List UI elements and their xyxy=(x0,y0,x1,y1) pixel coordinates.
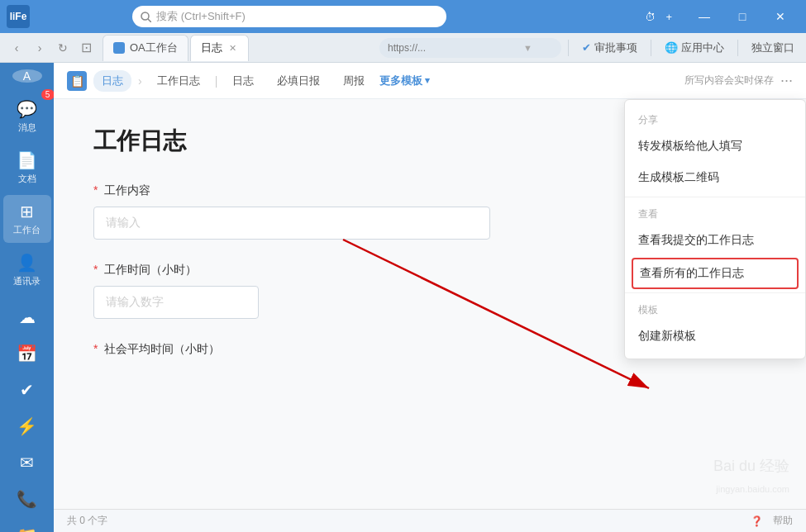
sidebar-item-bolt[interactable]: ⚡ xyxy=(3,410,51,443)
tab-strip: OA工作台 日志 ✕ xyxy=(103,35,374,61)
breadcrumb-home[interactable]: 日志 xyxy=(93,70,131,92)
more-templates-chevron: ▾ xyxy=(425,75,430,86)
avatar[interactable]: A xyxy=(12,69,42,83)
required-star-2: * xyxy=(93,263,98,276)
new-tab-btn[interactable]: + xyxy=(665,11,672,23)
help-icon: ❓ xyxy=(751,515,763,527)
view-all-item[interactable]: 查看所有的工作日志 xyxy=(632,258,799,289)
tab-oa[interactable]: OA工作台 xyxy=(103,35,188,61)
search-placeholder: 搜索 (Ctrl+Shift+F) xyxy=(156,9,246,24)
sidebar-item-messages[interactable]: 💬 消息 5 xyxy=(3,93,51,140)
help-label[interactable]: 帮助 xyxy=(773,514,793,528)
sidebar-item-workspace[interactable]: ⊞ 工作台 xyxy=(3,195,51,243)
nav-right-btns: ✔ 审批事项 🌐 应用中心 独立窗口 xyxy=(568,37,801,59)
maximize-icon: □ xyxy=(739,10,746,23)
folder-icon: 📁 xyxy=(17,525,37,532)
divider-1 xyxy=(625,197,805,197)
view-section-label: 查看 xyxy=(625,201,805,225)
gen-qrcode-item[interactable]: 生成模板二维码 xyxy=(625,162,805,193)
add-icon: + xyxy=(665,11,672,23)
sidebar-item-check[interactable]: ✔ xyxy=(3,373,51,406)
separator-1 xyxy=(568,40,569,56)
breadcrumb-bar: 📋 日志 › 工作日志 | 日志 必填日报 周报 更多模板 ▾ 所写内容会实时保… xyxy=(54,63,806,99)
title-bar: IiFe 搜索 (Ctrl+Shift+F) ⏱ + — □ ✕ xyxy=(0,0,806,33)
url-input[interactable] xyxy=(388,42,520,54)
window-controls: — □ ✕ xyxy=(685,0,799,33)
more-options-btn[interactable]: ··· xyxy=(780,72,793,89)
workspace-label: 工作台 xyxy=(13,224,41,236)
work-content-label-text: 工作内容 xyxy=(104,183,150,197)
maximize-btn[interactable]: □ xyxy=(723,0,761,33)
sidebar: A 💬 消息 5 📄 文档 ⊞ 工作台 👤 通讯录 ☁ 📅 ✔ ⚡ ✉ 📞 📁 … xyxy=(0,63,54,532)
workspace-icon: ⊞ xyxy=(20,202,34,221)
view-my-item[interactable]: 查看我提交的工作日志 xyxy=(625,225,805,256)
tab-diary[interactable]: 日志 ✕ xyxy=(190,35,249,61)
url-dropdown-icon[interactable]: ▼ xyxy=(523,43,532,53)
bottom-bar-right: ❓ 帮助 xyxy=(751,514,793,528)
phone-icon: 📞 xyxy=(17,489,37,509)
breadcrumb-more[interactable]: 更多模板 ▾ xyxy=(379,74,430,88)
breadcrumb-icon: 📋 xyxy=(67,71,87,91)
search-icon xyxy=(141,12,151,22)
calendar-icon: 📅 xyxy=(17,344,37,363)
breadcrumb-right: 所写内容会实时保存 ··· xyxy=(684,72,793,89)
cloud-icon: ☁ xyxy=(19,307,36,327)
create-template-item[interactable]: 创建新模板 xyxy=(625,321,805,352)
template-section-label: 模板 xyxy=(625,297,805,321)
messages-label: 消息 xyxy=(18,121,36,134)
app-center-icon: 🌐 xyxy=(665,41,678,54)
sidebar-item-docs[interactable]: 📄 文档 xyxy=(3,144,51,192)
breadcrumb-weekly[interactable]: 周报 xyxy=(335,70,373,92)
approve-icon: ✔ xyxy=(582,41,591,54)
work-content-placeholder: 请输入 xyxy=(106,216,141,229)
sidebar-item-phone[interactable]: 📞 xyxy=(3,482,51,515)
main-content: 📋 日志 › 工作日志 | 日志 必填日报 周报 更多模板 ▾ 所写内容会实时保… xyxy=(54,63,806,532)
app-center-btn[interactable]: 🌐 应用中心 xyxy=(658,37,731,59)
sidebar-item-calendar[interactable]: 📅 xyxy=(3,337,51,370)
back-btn[interactable]: ‹ xyxy=(5,36,28,59)
oa-tab-icon xyxy=(113,42,125,54)
breadcrumb-sep-2: | xyxy=(215,74,218,88)
autosave-text: 所写内容会实时保存 xyxy=(684,74,774,88)
sidebar-item-cloud[interactable]: ☁ xyxy=(3,301,51,334)
nav-bar: ‹ › ↻ ⊡ OA工作台 日志 ✕ ▼ ✔ 审批事项 🌐 应用中心 独立窗口 xyxy=(0,33,806,63)
char-count: 共 0 个字 xyxy=(67,514,107,528)
oa-tab-label: OA工作台 xyxy=(130,40,178,55)
breadcrumb-workdiary[interactable]: 工作日志 xyxy=(149,70,208,92)
sidebar-item-mail[interactable]: ✉ xyxy=(3,446,51,479)
forward-template-item[interactable]: 转发模板给他人填写 xyxy=(625,131,805,162)
popup-window-btn[interactable]: 独立窗口 xyxy=(745,37,801,59)
close-btn[interactable]: ✕ xyxy=(761,0,799,33)
refresh-btn[interactable]: ↻ xyxy=(51,36,74,59)
breadcrumb-required[interactable]: 必填日报 xyxy=(269,70,328,92)
divider-2 xyxy=(625,292,805,293)
search-bar[interactable]: 搜索 (Ctrl+Shift+F) xyxy=(132,6,446,27)
bottom-bar: 共 0 个字 ❓ 帮助 xyxy=(54,509,806,532)
watermark-line1: Bai du 经验 xyxy=(713,456,789,476)
avatar-initials: A xyxy=(23,69,31,83)
watermark-line2: jingyan.baidu.com xyxy=(716,484,789,494)
popup-window-label: 独立窗口 xyxy=(751,40,794,55)
work-hours-input[interactable]: 请输入数字 xyxy=(93,286,259,319)
check-icon: ✔ xyxy=(20,380,34,400)
forward-btn[interactable]: › xyxy=(28,36,51,59)
minimize-btn[interactable]: — xyxy=(685,0,723,33)
approve-btn[interactable]: ✔ 审批事项 xyxy=(575,37,644,59)
docs-label: 文档 xyxy=(18,173,36,185)
close-tab-btn[interactable]: ✕ xyxy=(227,41,238,55)
breadcrumb-diary[interactable]: 日志 xyxy=(224,70,262,92)
required-star-1: * xyxy=(93,183,98,197)
history-btn[interactable]: ⏱ xyxy=(645,11,656,23)
breadcrumb-sep-1: › xyxy=(138,74,142,88)
tab-square-btn[interactable]: ⊡ xyxy=(74,36,98,59)
url-bar[interactable]: ▼ xyxy=(379,38,561,58)
separator-2 xyxy=(651,40,651,56)
logo-text: IiFe xyxy=(10,11,27,22)
sidebar-item-contacts[interactable]: 👤 通讯录 xyxy=(3,246,51,294)
more-templates-label: 更多模板 xyxy=(379,74,422,88)
work-hours-placeholder: 请输入数字 xyxy=(106,295,164,308)
work-content-input[interactable]: 请输入 xyxy=(93,207,490,240)
history-icon: ⏱ xyxy=(645,11,656,23)
sidebar-item-folder[interactable]: 📁 xyxy=(3,519,51,532)
breadcrumb-wrapper: 📋 日志 › 工作日志 | 日志 必填日报 周报 更多模板 ▾ 所写内容会实时保… xyxy=(54,63,806,99)
